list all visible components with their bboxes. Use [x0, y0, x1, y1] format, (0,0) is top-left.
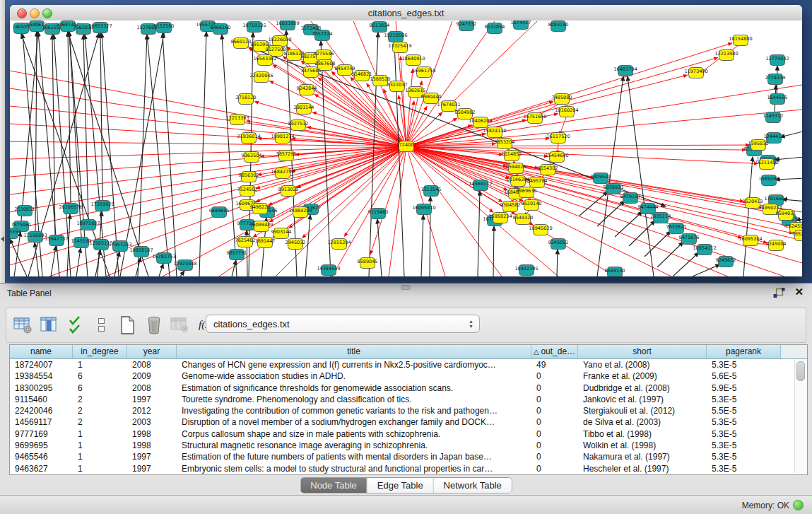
graph-node[interactable]: 9275546 [314, 50, 334, 61]
graph-node[interactable]: 9856302 [239, 172, 259, 182]
column-header-in_degree[interactable]: in_degree [73, 345, 127, 358]
graph-node[interactable]: 1145312 [763, 112, 784, 123]
graph-node[interactable]: 8594031 [776, 210, 796, 221]
clear-selection-icon[interactable] [92, 315, 111, 334]
graph-node[interactable]: 8660123 [231, 38, 252, 49]
graph-node[interactable]: 8969630 [517, 187, 537, 198]
graph-node[interactable]: 10402195 [514, 265, 538, 276]
scrollbar-thumb[interactable] [796, 361, 805, 381]
graph-node[interactable]: 13942737 [45, 235, 68, 246]
graph-node[interactable]: 8549320 [513, 214, 534, 225]
tab-edge-table[interactable]: Edge Table [367, 478, 434, 493]
graph-node[interactable]: 2945032 [286, 239, 306, 250]
graph-node[interactable]: 7857224 [312, 30, 333, 41]
graph-node[interactable]: 8409541 [591, 173, 611, 184]
show-columns-icon[interactable] [40, 315, 59, 334]
graph-node[interactable]: 2803144 [294, 104, 314, 115]
graph-node[interactable]: 12915204 [327, 239, 351, 250]
graph-node[interactable]: 9154302 [538, 165, 558, 175]
graph-node[interactable]: 1513545 [421, 186, 442, 197]
graph-node[interactable]: 8599130 [605, 267, 625, 277]
graph-node[interactable]: 10958107 [129, 247, 153, 257]
graph-node[interactable]: 14984204 [288, 207, 312, 218]
graph-node[interactable]: 8131054 [485, 23, 505, 34]
column-header-year[interactable]: year [127, 345, 177, 358]
graph-node[interactable]: 19218586 [384, 32, 407, 42]
graph-node[interactable]: 9247332 [457, 21, 477, 31]
graph-node[interactable]: 9853204 [495, 139, 515, 149]
collapse-arrow-icon[interactable] [1, 236, 4, 242]
graph-node[interactable]: 5938923 [604, 184, 624, 194]
graph-hub-node[interactable]: 1724007 [396, 141, 417, 152]
graph-node[interactable]: 1145193 [71, 238, 92, 248]
graph-node[interactable]: 14569117 [469, 180, 492, 191]
graph-node[interactable]: 9146821 [352, 71, 372, 81]
graph-node[interactable]: 8495794 [527, 177, 548, 188]
network-canvas[interactable]: 1405572540612106155620691406756201310653… [10, 21, 802, 276]
graph-node[interactable]: 12774432 [765, 55, 789, 66]
graph-node[interactable]: 2935114 [651, 213, 671, 223]
graph-node[interactable]: 7485080 [552, 94, 572, 105]
graph-node[interactable]: 16842750 [271, 168, 294, 179]
graph-node[interactable]: 3913354 [10, 228, 20, 239]
table-row[interactable]: 1938455462009Genome-wide association stu… [10, 370, 807, 382]
graph-node[interactable]: 8913020 [278, 186, 299, 197]
graph-node[interactable]: 12213980 [714, 50, 738, 61]
graph-node[interactable]: 1691447 [255, 238, 276, 248]
graph-node[interactable]: 8594025 [506, 163, 526, 174]
graph-node[interactable]: 6466160 [211, 24, 231, 35]
graph-node[interactable]: 8083190 [548, 21, 569, 32]
table-row[interactable]: 977716911998Corpus callosum shape and si… [10, 428, 807, 440]
table-row[interactable]: 969969511998Structural magnetic resonanc… [10, 440, 807, 451]
table-mode-icon[interactable] [13, 315, 33, 334]
splitter-handle[interactable] [401, 285, 411, 290]
column-header-pagerank[interactable]: pagerank [707, 345, 781, 358]
graph-node[interactable]: 15751650 [523, 113, 546, 124]
graph-node[interactable]: 1074427 [511, 21, 531, 30]
table-row[interactable]: 946554611997Estimation of the future num… [10, 451, 807, 462]
graph-node[interactable]: 8322037 [387, 81, 408, 92]
tab-network-table[interactable]: Network Table [434, 478, 512, 493]
graph-node[interactable]: 22420046 [249, 72, 273, 83]
graph-node[interactable]: 7625402 [235, 237, 256, 247]
graph-node[interactable]: 9245652 [716, 257, 736, 267]
graph-node[interactable]: 8813054 [370, 22, 390, 33]
network-window[interactable]: citations_edges.txt 14055725406121061556… [10, 5, 802, 276]
graph-node[interactable]: 1014852 [502, 151, 522, 161]
graph-node[interactable]: 9520140 [522, 200, 542, 211]
graph-node[interactable]: 20206576 [59, 204, 82, 214]
graph-node[interactable]: 6479197 [620, 193, 641, 204]
graph-node[interactable]: 19384554 [317, 265, 340, 276]
graph-node[interactable]: 1595830 [748, 140, 769, 151]
graph-node[interactable]: 16543382 [253, 55, 276, 66]
graph-node[interactable]: 13325419 [388, 42, 411, 53]
graph-node[interactable]: 21836014 [237, 133, 260, 144]
graph-node[interactable]: 9242844 [297, 85, 317, 95]
graph-node[interactable]: 11973490 [684, 68, 707, 78]
graph-node[interactable]: 10160204 [555, 107, 578, 117]
delete-column-icon[interactable] [144, 315, 163, 334]
column-header-name[interactable]: name [10, 345, 73, 358]
graph-node[interactable]: 10654112 [693, 245, 716, 255]
graph-node[interactable]: 9245051 [548, 239, 569, 250]
graph-node[interactable]: 16117520 [546, 133, 570, 144]
float-panel-icon[interactable] [773, 288, 785, 301]
table-row[interactable]: 1456911722003Disruption of a novel membe… [10, 416, 807, 428]
graph-node[interactable]: 10653327 [88, 23, 112, 33]
graph-node[interactable]: 9498220 [250, 204, 271, 214]
graph-node[interactable]: 7632621 [666, 223, 687, 234]
graph-node[interactable]: 16211450 [755, 159, 778, 170]
column-header-out_de[interactable]: △ out_de… [531, 345, 578, 358]
graph-node[interactable]: 9115460 [368, 209, 389, 219]
table-row[interactable]: 946362711997Embryonic stem cells: a mode… [10, 463, 807, 474]
graph-node[interactable]: 16095204 [739, 235, 762, 246]
graph-node[interactable]: 15824130 [483, 127, 506, 138]
graph-node[interactable]: 9362504 [242, 152, 262, 163]
close-panel-icon[interactable]: ✕ [794, 286, 804, 298]
graph-node[interactable]: 1644555 [767, 94, 788, 105]
graph-node[interactable]: 9903144 [271, 228, 292, 239]
vertical-scrollbar[interactable] [794, 359, 806, 473]
graph-node[interactable]: 10719135 [242, 22, 266, 33]
tab-node-table[interactable]: Node Table [300, 478, 367, 493]
graph-node[interactable]: 18640910 [401, 55, 425, 66]
